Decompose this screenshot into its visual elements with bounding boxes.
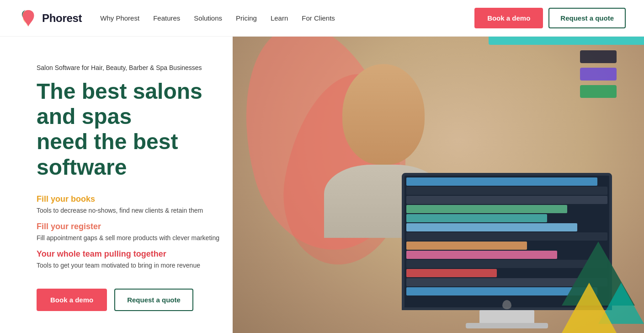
feature-fill-register: Fill your register Fill appointment gaps… — [37, 222, 233, 243]
phorest-logo-icon — [18, 8, 38, 28]
apple-logo — [502, 300, 511, 309]
feature-fill-register-heading: Fill your register — [37, 222, 233, 231]
feature-whole-team-heading: Your whole team pulling together — [37, 249, 233, 259]
feature-fill-books-desc: Tools to decrease no-shows, find new cli… — [37, 206, 233, 215]
nav-why-phorest[interactable]: Why Phorest — [100, 14, 139, 22]
hero-visual — [233, 37, 644, 333]
screen-row-1 — [406, 177, 597, 186]
screen-row-5 — [406, 214, 547, 222]
hero-title-line1: The best salons and spas — [37, 79, 202, 129]
nav-pricing[interactable]: Pricing — [236, 14, 257, 22]
logo-text: Phorest — [42, 12, 82, 25]
feature-whole-team-desc: Tools to get your team motivated to brin… — [37, 261, 233, 270]
sticker-purple — [580, 68, 617, 81]
sticker-decoration — [580, 50, 617, 98]
monitor-base — [479, 310, 534, 324]
screen-row-4 — [406, 205, 567, 213]
screen-row-8 — [406, 242, 527, 250]
header-cta-group: Book a demo Request a quote — [474, 8, 626, 28]
feature-fill-register-desc: Fill appointment gaps & sell more produc… — [37, 233, 233, 243]
top-stripe-decoration — [489, 37, 644, 45]
hero-book-demo-button[interactable]: Book a demo — [37, 289, 107, 311]
header-request-quote-button[interactable]: Request a quote — [548, 8, 626, 28]
logo-link[interactable]: Phorest — [18, 8, 82, 28]
hero-content: Salon Software for Hair, Beauty, Barber … — [0, 37, 251, 333]
main-nav: Why Phorest Features Solutions Pricing L… — [100, 14, 335, 22]
hero-section: Salon Software for Hair, Beauty, Barber … — [0, 37, 644, 333]
person-head — [342, 64, 425, 165]
geometric-decoration — [553, 242, 644, 333]
hero-title-line2: need the best software — [37, 129, 178, 179]
screen-row-6 — [406, 223, 577, 231]
feature-fill-books: Fill your books Tools to decrease no-sho… — [37, 194, 233, 215]
screen-row-2 — [406, 187, 607, 195]
feature-whole-team: Your whole team pulling together Tools t… — [37, 249, 233, 270]
screen-row-7 — [406, 232, 607, 241]
hero-subtitle: Salon Software for Hair, Beauty, Barber … — [37, 64, 233, 71]
geo-yellow-triangle — [562, 283, 617, 333]
feature-fill-books-heading: Fill your books — [37, 194, 233, 204]
hero-request-quote-button[interactable]: Request a quote — [114, 289, 193, 311]
monitor-foot — [466, 323, 548, 328]
nav-for-clients[interactable]: For Clients — [302, 14, 335, 22]
nav-features[interactable]: Features — [153, 14, 180, 22]
sticker-dark — [580, 50, 617, 63]
screen-row-3 — [406, 196, 607, 204]
hero-cta-group: Book a demo Request a quote — [37, 289, 233, 311]
nav-solutions[interactable]: Solutions — [194, 14, 222, 22]
hero-title: The best salons and spas need the best s… — [37, 79, 233, 180]
screen-row-9 — [406, 251, 557, 259]
screen-row-11 — [406, 269, 497, 277]
header-book-demo-button[interactable]: Book a demo — [474, 8, 543, 28]
site-header: Phorest Why Phorest Features Solutions P… — [0, 0, 644, 37]
sticker-green — [580, 85, 617, 98]
nav-learn[interactable]: Learn — [271, 14, 288, 22]
